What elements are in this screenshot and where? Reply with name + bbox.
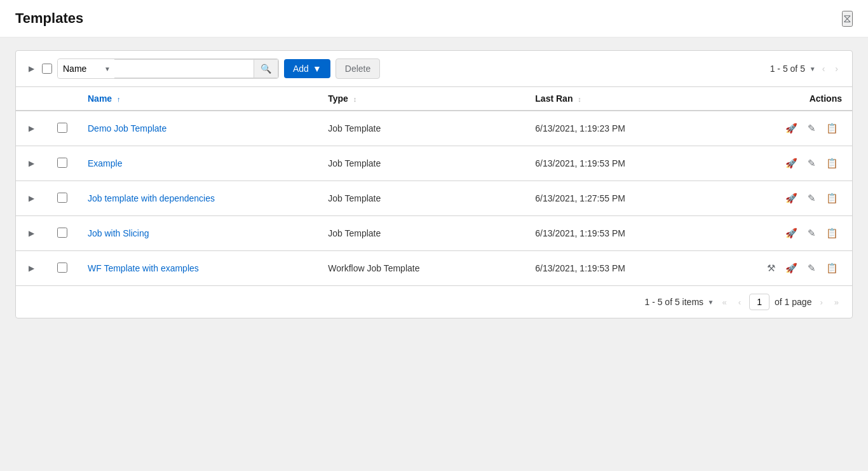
footer-items-wrapper: 1 - 5 of 5 items ▼ [644, 297, 714, 307]
template-name-link[interactable]: Example [88, 158, 122, 168]
row-expand-cell: ▶ [16, 216, 47, 251]
search-input[interactable] [114, 59, 254, 78]
launch-button[interactable]: 🚀 [782, 260, 801, 276]
toolbar-pagination: 1 - 5 of 5 ▼ ‹ › [770, 61, 842, 76]
last-ran-sort-icon: ↕ [578, 95, 581, 103]
footer-items-select[interactable]: 1 - 5 of 5 items [644, 297, 714, 307]
row-expand-cell: ▶ [16, 251, 47, 286]
pagination-select-wrapper: 1 - 5 of 5 ▼ [770, 64, 816, 74]
pagination-prev-button[interactable]: ‹ [818, 61, 829, 76]
footer-last-page-button[interactable]: » [831, 295, 842, 310]
type-sort-icon: ↕ [353, 95, 357, 103]
copy-button[interactable]: 📋 [822, 155, 842, 172]
th-last-ran: Last Ran ↕ [525, 87, 753, 111]
row-type-cell: Job Template [318, 146, 525, 181]
footer-next-page-button[interactable]: › [817, 295, 825, 310]
row-last-ran-cell: 6/13/2021, 1:19:23 PM [525, 111, 753, 146]
templates-table: Name ↑ Type ↕ Last Ran ↕ Actions [16, 87, 852, 285]
add-chevron-icon: ▼ [313, 64, 322, 74]
row-checkbox[interactable] [57, 123, 67, 133]
row-checkbox-cell [47, 111, 78, 146]
table-row: ▶Demo Job TemplateJob Template6/13/2021,… [16, 111, 852, 146]
content-area: ▶ Name Type Last Ran ▼ 🔍 [0, 38, 868, 471]
search-icon: 🔍 [261, 64, 271, 74]
delete-label: Delete [345, 64, 370, 74]
add-button[interactable]: Add ▼ [284, 59, 330, 78]
row-type-cell: Job Template [318, 181, 525, 216]
row-actions-cell: 🚀✎📋 [753, 181, 852, 216]
footer-first-page-button[interactable]: « [719, 295, 729, 310]
history-button[interactable]: ⧖ [842, 11, 853, 27]
copy-button[interactable]: 📋 [822, 120, 842, 137]
row-expand-button[interactable]: ▶ [26, 193, 37, 204]
search-button[interactable]: 🔍 [254, 59, 278, 78]
row-checkbox[interactable] [57, 193, 67, 203]
row-expand-button[interactable]: ▶ [26, 263, 37, 274]
row-last-ran-cell: 6/13/2021, 1:19:53 PM [525, 251, 753, 286]
launch-button[interactable]: 🚀 [782, 155, 801, 172]
th-checkbox [47, 87, 78, 111]
edit-button[interactable]: ✎ [804, 260, 820, 276]
page-header: Templates ⧖ [0, 0, 868, 38]
row-checkbox-cell [47, 251, 78, 286]
name-sort-icon: ↑ [117, 95, 121, 103]
row-last-ran-cell: 6/13/2021, 1:19:53 PM [525, 216, 753, 251]
row-expand-cell: ▶ [16, 181, 47, 216]
row-checkbox[interactable] [57, 158, 67, 168]
copy-button[interactable]: 📋 [822, 190, 842, 207]
footer-page-of-label: of 1 page [775, 297, 811, 307]
row-type-cell: Workflow Job Template [318, 251, 525, 286]
pagination-next-button[interactable]: › [831, 61, 842, 76]
row-last-ran-cell: 6/13/2021, 1:19:53 PM [525, 146, 753, 181]
row-actions-cell: 🚀✎📋 [753, 146, 852, 181]
launch-button[interactable]: 🚀 [782, 225, 801, 242]
table-row: ▶Job with SlicingJob Template6/13/2021, … [16, 216, 852, 251]
template-name-link[interactable]: Job template with dependencies [88, 193, 215, 203]
delete-button[interactable]: Delete [336, 58, 380, 79]
edit-button[interactable]: ✎ [804, 120, 820, 137]
edit-button[interactable]: ✎ [804, 155, 820, 172]
launch-button[interactable]: 🚀 [782, 120, 801, 137]
table-container: ▶ Name Type Last Ran ▼ 🔍 [15, 50, 853, 318]
th-expand [16, 87, 47, 111]
edit-button[interactable]: ✎ [804, 225, 820, 242]
row-name-cell: Job template with dependencies [78, 181, 318, 216]
row-checkbox-cell [47, 216, 78, 251]
filter-select[interactable]: Name Type Last Ran [58, 60, 114, 78]
row-expand-button[interactable]: ▶ [26, 123, 37, 134]
row-expand-cell: ▶ [16, 111, 47, 146]
page-title: Templates [15, 10, 83, 27]
table-header-row: Name ↑ Type ↕ Last Ran ↕ Actions [16, 87, 852, 111]
row-expand-button[interactable]: ▶ [26, 158, 37, 169]
footer-prev-page-button[interactable]: ‹ [735, 295, 744, 310]
row-checkbox[interactable] [57, 228, 67, 238]
toolbar-expand-button[interactable]: ▶ [26, 62, 37, 76]
template-name-link[interactable]: Job with Slicing [88, 228, 149, 238]
row-checkbox[interactable] [57, 263, 67, 273]
copy-button[interactable]: 📋 [822, 225, 842, 242]
th-name: Name ↑ [78, 87, 318, 111]
template-name-link[interactable]: Demo Job Template [88, 123, 166, 133]
copy-button[interactable]: 📋 [822, 260, 842, 276]
table-row: ▶ExampleJob Template6/13/2021, 1:19:53 P… [16, 146, 852, 181]
pagination-select[interactable]: 1 - 5 of 5 [770, 64, 816, 74]
launch-button[interactable]: 🚀 [782, 190, 801, 207]
row-name-cell: WF Template with examples [78, 251, 318, 286]
row-type-cell: Job Template [318, 111, 525, 146]
row-expand-button[interactable]: ▶ [26, 228, 37, 239]
row-last-ran-cell: 6/13/2021, 1:27:55 PM [525, 181, 753, 216]
filter-select-wrapper: Name Type Last Ran ▼ [58, 60, 114, 78]
table-footer: 1 - 5 of 5 items ▼ « ‹ of 1 page › » [16, 285, 852, 318]
workflow-visualizer-button[interactable]: ⚒ [763, 260, 779, 276]
template-name-link[interactable]: WF Template with examples [88, 263, 199, 273]
edit-button[interactable]: ✎ [804, 190, 820, 207]
row-checkbox-cell [47, 181, 78, 216]
row-actions-cell: 🚀✎📋 [753, 216, 852, 251]
row-expand-cell: ▶ [16, 146, 47, 181]
select-all-checkbox[interactable] [42, 64, 52, 74]
th-type: Type ↕ [318, 87, 525, 111]
row-actions-cell: 🚀✎📋 [753, 111, 852, 146]
th-actions: Actions [753, 87, 852, 111]
table-row: ▶Job template with dependenciesJob Templ… [16, 181, 852, 216]
footer-page-input[interactable] [749, 294, 770, 310]
